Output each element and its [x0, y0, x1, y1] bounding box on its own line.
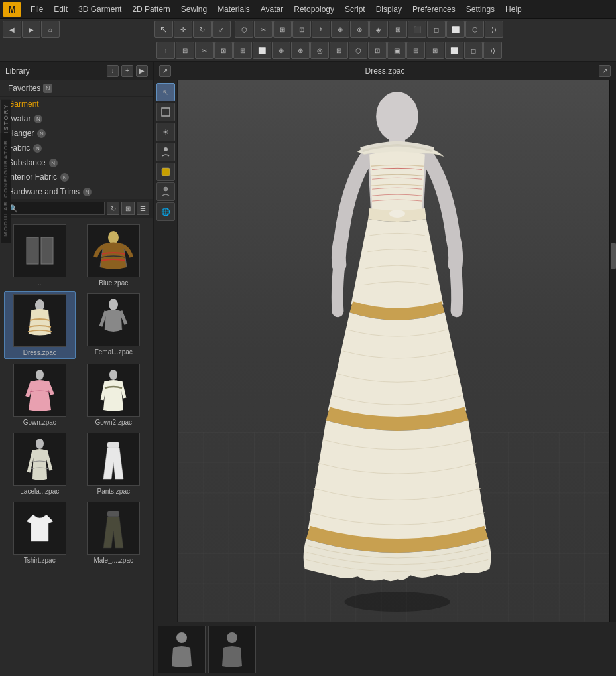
- nav-garment[interactable]: Garment: [0, 97, 153, 111]
- viewport-scrollbar[interactable]: [609, 80, 616, 622]
- tb-forward-btn[interactable]: ▶: [22, 21, 40, 38]
- tool-globe[interactable]: 🌐: [156, 202, 175, 221]
- tool-avatar[interactable]: [156, 143, 175, 161]
- tb-t2[interactable]: ✂: [254, 21, 273, 38]
- tb2-t1[interactable]: ↑: [156, 42, 175, 59]
- menu-sewing[interactable]: Sewing: [176, 3, 212, 15]
- bottom-thumb-avatar1[interactable]: [158, 626, 206, 673]
- lib-download-btn[interactable]: ↓: [107, 65, 119, 77]
- menu-avatar[interactable]: Avatar: [255, 3, 288, 15]
- thumb-blue[interactable]: Blue.zpac: [78, 222, 150, 289]
- vp-header-left-btn[interactable]: ↗: [159, 65, 171, 77]
- menu-3d-garment[interactable]: 3D Garment: [73, 3, 127, 15]
- search-input[interactable]: [4, 202, 105, 215]
- search-list-btn[interactable]: ☰: [137, 202, 149, 215]
- tool-frame[interactable]: [156, 103, 175, 121]
- tb2-t8[interactable]: ⊕: [291, 42, 310, 59]
- tb2-t4[interactable]: ⊠: [214, 42, 233, 59]
- svg-point-6: [109, 370, 117, 380]
- tool-color[interactable]: [156, 163, 175, 181]
- tool-select[interactable]: ↖: [156, 83, 175, 101]
- nav-hanger[interactable]: Hanger N: [0, 126, 153, 141]
- tb2-t9[interactable]: ◎: [310, 42, 329, 59]
- toolbar-area: ◀ ▶ ⌂ ↖ ✛ ↻ ⤢ ⬡ ✂ ⊞ ⊡ ⌖ ⊕ ⊗ ◈ ⊞ ⬛ ◻ ⬜ ⬡ …: [0, 19, 616, 62]
- tb-t5[interactable]: ⌖: [312, 21, 330, 38]
- thumb-pants[interactable]: Pants.zpac: [78, 431, 150, 497]
- menu-materials[interactable]: Materials: [212, 3, 255, 15]
- menu-display[interactable]: Display: [371, 3, 407, 15]
- search-view-btn[interactable]: ⊞: [121, 202, 134, 215]
- thumb-male[interactable]: Male_....zpac: [78, 500, 150, 566]
- tool-light[interactable]: ☀: [156, 123, 175, 141]
- tb-t9[interactable]: ⊞: [389, 21, 407, 38]
- tb2-t5[interactable]: ⊞: [233, 42, 252, 59]
- tb2-t10[interactable]: ⊞: [330, 42, 348, 59]
- tb-t11[interactable]: ◻: [427, 21, 446, 38]
- tb-scale-btn[interactable]: ⤢: [212, 21, 231, 38]
- right-panel: ↗ Dress.zpac ↗ ↖ ☀: [154, 62, 616, 676]
- thumb-blue-img: [87, 224, 140, 277]
- tb2-t14[interactable]: ⊟: [406, 42, 425, 59]
- hardware-trims-info-icon: N: [83, 188, 92, 196]
- tb2-t17[interactable]: ◻: [464, 42, 483, 59]
- tb-t10[interactable]: ⬛: [408, 21, 426, 38]
- tb-t8[interactable]: ◈: [369, 21, 388, 38]
- bottom-thumb-avatar2[interactable]: [208, 626, 256, 673]
- tb-t7[interactable]: ⊗: [350, 21, 369, 38]
- vp-header-right-btn[interactable]: ↗: [599, 65, 611, 77]
- nav-favorites[interactable]: Favorites N: [0, 80, 153, 97]
- thumb-female[interactable]: Femal...zpac: [78, 291, 150, 359]
- menu-settings[interactable]: Settings: [461, 3, 500, 15]
- tb-t3[interactable]: ⊞: [273, 21, 292, 38]
- tb2-t7[interactable]: ⊕: [272, 42, 290, 59]
- thumb-lacela[interactable]: Lacela...zpac: [4, 431, 76, 497]
- nav-avatar[interactable]: Avatar N: [0, 111, 153, 126]
- thumb-dress[interactable]: Dress.zpac: [4, 291, 76, 359]
- tb2-t6[interactable]: ⬜: [253, 42, 271, 59]
- scrollbar-thumb[interactable]: [611, 243, 616, 269]
- menu-script[interactable]: Script: [339, 3, 371, 15]
- viewport-3d[interactable]: [178, 80, 616, 622]
- search-refresh-btn[interactable]: ↻: [107, 202, 119, 215]
- tb2-t3[interactable]: ✂: [195, 42, 214, 59]
- tb-home-btn[interactable]: ⌂: [41, 21, 60, 38]
- svg-point-5: [36, 370, 44, 380]
- lib-add-btn[interactable]: +: [121, 65, 133, 77]
- nav-substance[interactable]: Substance N: [0, 155, 153, 170]
- tb2-t16[interactable]: ⬜: [445, 42, 463, 59]
- tb-rotate-btn[interactable]: ↻: [193, 21, 212, 38]
- thumb-tshirt[interactable]: Tshirt.zpac: [4, 500, 76, 566]
- menu-edit[interactable]: Edit: [48, 3, 73, 15]
- tb-t14[interactable]: ⟩⟩: [485, 21, 503, 38]
- tb-select-btn[interactable]: ↖: [154, 21, 173, 38]
- nav-interior-fabric[interactable]: Interior Fabric N: [0, 170, 153, 184]
- svg-rect-9: [107, 511, 119, 517]
- tool-avatar-detail[interactable]: [156, 182, 175, 201]
- thumb-back[interactable]: ..: [4, 222, 76, 289]
- tb-t13[interactable]: ⬡: [465, 21, 484, 38]
- tb-move-btn[interactable]: ✛: [174, 21, 192, 38]
- tb-t4[interactable]: ⊡: [292, 21, 311, 38]
- menu-file[interactable]: File: [25, 3, 48, 15]
- menu-retopology[interactable]: Retopology: [288, 3, 339, 15]
- tb2-t12[interactable]: ⊡: [368, 42, 387, 59]
- menu-help[interactable]: Help: [500, 3, 527, 15]
- menu-bar: M File Edit 3D Garment 2D Pattern Sewing…: [0, 0, 616, 19]
- nav-fabric[interactable]: Fabric N: [0, 141, 153, 155]
- tb-t1[interactable]: ⬡: [235, 21, 253, 38]
- tb2-t2[interactable]: ⊟: [176, 42, 194, 59]
- tb2-t11[interactable]: ⬡: [349, 42, 367, 59]
- tb-back-btn[interactable]: ◀: [3, 21, 21, 38]
- tb2-t13[interactable]: ▣: [387, 42, 406, 59]
- thumb-gown[interactable]: Gown.zpac: [4, 362, 76, 428]
- thumb-gown2[interactable]: Gown2.zpac: [78, 362, 150, 428]
- tb2-t15[interactable]: ⊞: [426, 42, 444, 59]
- tb2-t18[interactable]: ⟩⟩: [483, 42, 502, 59]
- tb-t12[interactable]: ⬜: [446, 21, 465, 38]
- nav-hardware-trims[interactable]: Hardware and Trims N: [0, 184, 153, 199]
- lib-arrow-btn[interactable]: ▶: [136, 65, 148, 77]
- menu-2d-pattern[interactable]: 2D Pattern: [127, 3, 175, 15]
- menu-preferences[interactable]: Preferences: [407, 3, 461, 15]
- tb-t6[interactable]: ⊕: [331, 21, 349, 38]
- main-area: HISTORY Library ↓ + ▶ Favorites N Garmen…: [0, 62, 616, 676]
